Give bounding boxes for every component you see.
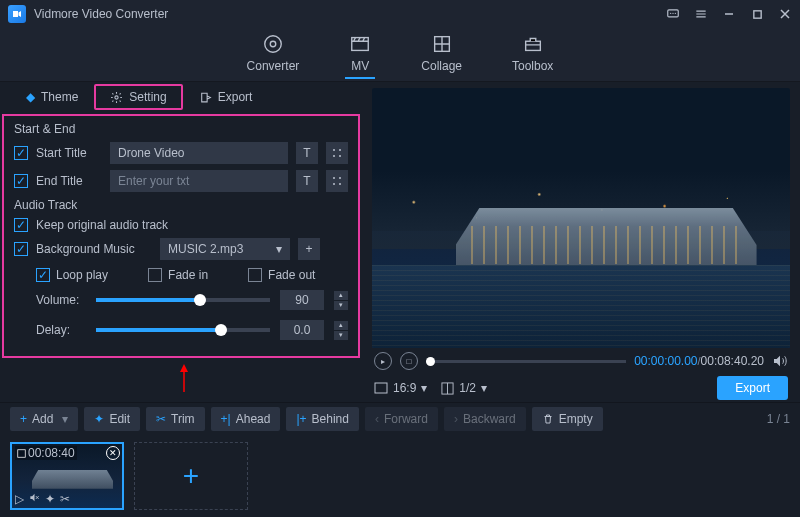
chevron-down-icon: ▾: [481, 381, 487, 395]
page-select[interactable]: 1/2▾: [441, 381, 487, 395]
fade-in-checkbox[interactable]: [148, 268, 162, 282]
svg-rect-4: [753, 10, 760, 17]
subtab-label: Setting: [129, 90, 166, 104]
menu-icon[interactable]: [694, 7, 708, 21]
end-title-input[interactable]: [110, 170, 288, 192]
svg-point-1: [670, 13, 671, 14]
clip-thumbnail[interactable]: 00:08:40 ✕ ▷ ✦ ✂: [10, 442, 124, 510]
end-title-checkbox[interactable]: ✓: [14, 174, 28, 188]
theme-icon: ◆: [26, 90, 35, 104]
svg-point-5: [265, 36, 282, 53]
export-button[interactable]: Export: [717, 376, 788, 400]
bg-music-value: MUSIC 2.mp3: [168, 242, 243, 256]
behind-icon: |+: [296, 412, 306, 426]
app-title: Vidmore Video Converter: [34, 7, 666, 21]
tab-toolbox[interactable]: Toolbox: [512, 33, 553, 76]
tab-label: MV: [351, 59, 369, 73]
backward-icon: ›: [454, 412, 458, 426]
add-button[interactable]: +Add▾: [10, 407, 78, 431]
subtab-theme[interactable]: ◆ Theme: [10, 84, 94, 110]
chevron-down-icon: ▾: [421, 381, 427, 395]
ahead-button[interactable]: +|Ahead: [211, 407, 281, 431]
trash-icon: [542, 413, 554, 425]
aspect-ratio-select[interactable]: 16:9▾: [374, 381, 427, 395]
backward-button[interactable]: ›Backward: [444, 407, 526, 431]
mv-icon: [349, 33, 371, 55]
stop-button[interactable]: □: [400, 352, 418, 370]
fade-out-checkbox[interactable]: [248, 268, 262, 282]
minimize-button[interactable]: [722, 7, 736, 21]
close-button[interactable]: [778, 7, 792, 21]
text-style-button[interactable]: T: [296, 170, 318, 192]
svg-rect-21: [375, 383, 387, 393]
keep-original-checkbox[interactable]: ✓: [14, 218, 28, 232]
tab-label: Converter: [247, 59, 300, 73]
maximize-button[interactable]: [750, 7, 764, 21]
subtab-setting[interactable]: Setting: [94, 84, 182, 110]
bg-music-checkbox[interactable]: ✓: [14, 242, 28, 256]
volume-up[interactable]: ▴: [334, 291, 348, 300]
feedback-icon[interactable]: [666, 7, 680, 21]
delay-up[interactable]: ▴: [334, 321, 348, 330]
start-title-label: Start Title: [36, 146, 102, 160]
time-display: 00:00:00.00/00:08:40.20: [634, 354, 764, 368]
chevron-down-icon: ▾: [62, 412, 68, 426]
volume-slider[interactable]: [96, 298, 270, 302]
volume-value[interactable]: 90: [280, 290, 324, 310]
delay-value[interactable]: 0.0: [280, 320, 324, 340]
delay-down[interactable]: ▾: [334, 331, 348, 340]
plus-icon: +: [20, 412, 27, 426]
svg-rect-9: [525, 41, 540, 50]
delay-label: Delay:: [36, 323, 86, 337]
add-clip-button[interactable]: +: [134, 442, 248, 510]
loop-play-label: Loop play: [56, 268, 108, 282]
add-music-button[interactable]: +: [298, 238, 320, 260]
play-icon[interactable]: ▷: [15, 492, 24, 506]
chevron-down-icon: ▾: [276, 242, 282, 256]
start-title-input[interactable]: [110, 142, 288, 164]
grid-button[interactable]: [326, 170, 348, 192]
text-style-button[interactable]: T: [296, 142, 318, 164]
forward-button[interactable]: ‹Forward: [365, 407, 438, 431]
loop-play-checkbox[interactable]: ✓: [36, 268, 50, 282]
start-title-checkbox[interactable]: ✓: [14, 146, 28, 160]
edit-button[interactable]: ✦Edit: [84, 407, 140, 431]
mute-icon[interactable]: [29, 492, 40, 506]
svg-point-10: [115, 95, 118, 98]
tab-converter[interactable]: Converter: [247, 33, 300, 76]
trim-icon[interactable]: ✂: [60, 492, 70, 506]
tab-mv[interactable]: MV: [349, 33, 371, 76]
remove-clip-button[interactable]: ✕: [106, 446, 120, 460]
ahead-icon: +|: [221, 412, 231, 426]
bg-music-label: Background Music: [36, 242, 152, 256]
effects-icon[interactable]: ✦: [45, 492, 55, 506]
grid-button[interactable]: [326, 142, 348, 164]
gear-icon: [110, 91, 123, 104]
section-audio-track: Audio Track: [14, 198, 348, 212]
export-icon: [199, 91, 212, 104]
toolbox-icon: [522, 33, 544, 55]
bg-music-select[interactable]: MUSIC 2.mp3 ▾: [160, 238, 290, 260]
settings-panel: Start & End ✓ Start Title T ✓ End Title …: [2, 114, 360, 358]
svg-point-14: [339, 155, 341, 157]
converter-icon: [262, 33, 284, 55]
annotation-arrow: [0, 364, 368, 394]
svg-marker-20: [180, 364, 188, 372]
behind-button[interactable]: |+Behind: [286, 407, 359, 431]
tab-collage[interactable]: Collage: [421, 33, 462, 76]
volume-down[interactable]: ▾: [334, 301, 348, 310]
svg-point-2: [672, 13, 673, 14]
fade-in-label: Fade in: [168, 268, 208, 282]
svg-point-17: [333, 183, 335, 185]
play-button[interactable]: ▸: [374, 352, 392, 370]
trim-button[interactable]: ✂Trim: [146, 407, 205, 431]
volume-icon[interactable]: [772, 353, 788, 369]
subtab-export[interactable]: Export: [183, 84, 269, 110]
svg-point-13: [333, 155, 335, 157]
svg-point-11: [333, 149, 335, 151]
fade-out-label: Fade out: [268, 268, 315, 282]
empty-button[interactable]: Empty: [532, 407, 603, 431]
clip-duration: 00:08:40: [15, 446, 77, 460]
timeline-scrubber[interactable]: [426, 360, 626, 363]
delay-slider[interactable]: [96, 328, 270, 332]
